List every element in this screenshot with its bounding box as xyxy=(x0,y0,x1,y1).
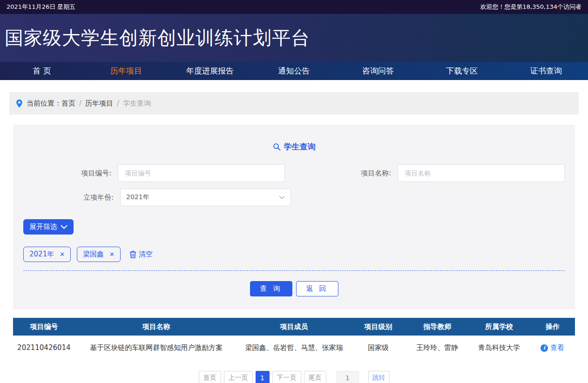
col-project-name: 项目名称 xyxy=(75,318,238,336)
back-button[interactable]: 返 回 xyxy=(296,281,338,296)
breadcrumb-separator: / xyxy=(117,99,119,108)
page-first-button[interactable]: 首页 xyxy=(199,371,221,383)
breadcrumb-home[interactable]: 首页 xyxy=(61,99,75,108)
cell-members: 梁国鑫、岳岩哲、马慧、张家瑞 xyxy=(238,336,350,360)
project-code-label: 项目编号: xyxy=(23,169,118,178)
cell-project-name: 基于区块链的车联网群智感知用户激励方案 xyxy=(75,336,238,360)
year-select[interactable]: 2021年 xyxy=(120,188,291,206)
filter-tag-label: 梁国鑫 xyxy=(83,250,104,259)
breadcrumb-current: 学生查询 xyxy=(123,99,151,108)
cell-actions: i 查看 xyxy=(530,336,575,360)
col-project-code: 项目编号 xyxy=(13,318,75,336)
page-jump-input[interactable] xyxy=(337,371,359,383)
breadcrumb: 当前位置： 首页 / 历年项目 / 学生查询 xyxy=(9,92,579,114)
project-code-input[interactable] xyxy=(118,164,285,182)
col-level: 项目级别 xyxy=(350,318,406,336)
year-select-value: 2021年 xyxy=(126,193,149,202)
cell-school: 青岛科技大学 xyxy=(468,336,530,360)
location-pin-icon xyxy=(16,99,23,108)
project-name-label: 项目名称: xyxy=(285,169,398,178)
table-header-row: 项目编号 项目名称 项目成员 项目级别 指导教师 所属学校 操作 xyxy=(13,318,575,336)
top-status-bar: 2021年11月26日 星期五 欢迎您！您是第18,350,134个访问者 xyxy=(0,0,588,14)
visitor-counter: 欢迎您！您是第18,350,134个访问者 xyxy=(480,3,581,11)
breadcrumb-prefix: 当前位置： xyxy=(27,99,61,108)
nav-item-qa[interactable]: 咨询问答 xyxy=(336,62,420,80)
results-table: 项目编号 项目名称 项目成员 项目级别 指导教师 所属学校 操作 2021104… xyxy=(13,318,575,360)
active-filters-row: 2021年 ✕ 梁国鑫 ✕ 清空 xyxy=(23,247,565,262)
remove-filter-icon[interactable]: ✕ xyxy=(109,251,115,258)
page-current[interactable]: 1 xyxy=(256,371,270,383)
expand-filters-label: 展开筛选 xyxy=(29,222,57,231)
nav-item-certificate[interactable]: 证书查询 xyxy=(504,62,588,80)
nav-item-notices[interactable]: 通知公告 xyxy=(252,62,336,80)
col-teachers: 指导教师 xyxy=(406,318,468,336)
pagination: 首页 上一页 1 下一页 尾页 跳转 xyxy=(0,371,588,383)
student-search-panel: 学生查询 项目编号: 项目名称: 立项年份: 2021年 展开筛选 2021年 … xyxy=(13,125,575,309)
current-date: 2021年11月26日 星期五 xyxy=(7,3,75,11)
col-actions: 操作 xyxy=(530,318,575,336)
nav-item-past-projects[interactable]: 历年项目 xyxy=(84,62,168,80)
page-jump-button[interactable]: 跳转 xyxy=(368,371,390,383)
info-icon: i xyxy=(541,344,548,352)
nav-item-annual-report[interactable]: 年度进展报告 xyxy=(168,62,252,80)
chevron-down-icon xyxy=(61,225,68,229)
site-banner: 国家级大学生创新创业训练计划平台 xyxy=(0,14,588,62)
cell-project-code: 202110426014 xyxy=(13,336,75,360)
chevron-down-icon xyxy=(279,195,285,199)
main-nav: 首 页 历年项目 年度进展报告 通知公告 咨询问答 下载专区 证书查询 xyxy=(0,62,588,80)
table-row: 202110426014 基于区块链的车联网群智感知用户激励方案 梁国鑫、岳岩哲… xyxy=(13,336,575,360)
page-prev-button[interactable]: 上一页 xyxy=(224,371,253,383)
form-row-2: 立项年份: 2021年 xyxy=(23,188,565,206)
remove-filter-icon[interactable]: ✕ xyxy=(60,251,65,258)
trash-icon xyxy=(129,250,136,258)
filter-tag-student: 梁国鑫 ✕ xyxy=(77,247,121,262)
nav-item-home[interactable]: 首 页 xyxy=(0,62,84,80)
breadcrumb-separator: / xyxy=(79,99,81,108)
view-link[interactable]: i 查看 xyxy=(541,343,564,352)
site-title: 国家级大学生创新创业训练计划平台 xyxy=(5,25,310,51)
view-link-label: 查看 xyxy=(550,343,564,352)
page-last-button[interactable]: 尾页 xyxy=(304,371,326,383)
cell-level: 国家级 xyxy=(350,336,406,360)
col-members: 项目成员 xyxy=(238,318,350,336)
panel-title: 学生查询 xyxy=(23,141,565,152)
cell-teachers: 王玲玲、雷静 xyxy=(406,336,468,360)
project-name-input[interactable] xyxy=(398,164,565,182)
clear-filters-label: 清空 xyxy=(139,250,153,259)
search-icon xyxy=(273,143,281,151)
filter-tag-label: 2021年 xyxy=(29,250,54,259)
panel-title-text: 学生查询 xyxy=(284,141,316,152)
filter-tag-year: 2021年 ✕ xyxy=(23,247,71,262)
query-button[interactable]: 查 询 xyxy=(250,281,292,296)
breadcrumb-past-projects[interactable]: 历年项目 xyxy=(85,99,113,108)
form-row-1: 项目编号: 项目名称: xyxy=(23,164,565,182)
page-next-button[interactable]: 下一页 xyxy=(272,371,301,383)
nav-item-downloads[interactable]: 下载专区 xyxy=(420,62,504,80)
col-school: 所属学校 xyxy=(468,318,530,336)
action-buttons: 查 询 返 回 xyxy=(23,281,565,296)
clear-filters-button[interactable]: 清空 xyxy=(129,250,153,259)
expand-filters-button[interactable]: 展开筛选 xyxy=(23,219,74,235)
year-label: 立项年份: xyxy=(23,193,120,202)
dashed-divider xyxy=(23,270,565,271)
